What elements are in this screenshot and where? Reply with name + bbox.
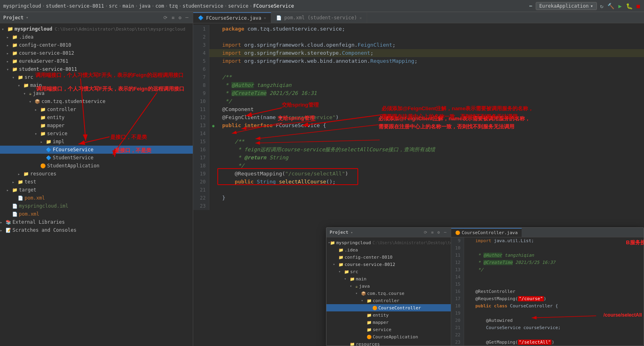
tree-item-entity[interactable]: ▸ 📁 entity bbox=[0, 113, 193, 122]
tree-item-pom-student[interactable]: ▸ 📄 pom.xml bbox=[0, 194, 193, 202]
overlay-sync-icon[interactable]: ⟳ bbox=[423, 230, 428, 235]
breadcrumb-main[interactable]: main bbox=[122, 3, 134, 9]
tree-item-service[interactable]: ▾ 📁 service bbox=[0, 130, 193, 138]
tree-item-root[interactable]: ▾ 📁 myspringcloud C:\Users\Administrator… bbox=[0, 25, 193, 33]
tab-close-pom[interactable]: ✕ bbox=[359, 16, 362, 20]
tab-close-fcourse[interactable]: ✕ bbox=[264, 16, 266, 20]
overlay-tree-mapper[interactable]: ▸ 📁 mapper bbox=[326, 319, 451, 326]
tree-item-eureka-server[interactable]: ▸ 📁 eurekaServer-8761 bbox=[0, 57, 193, 65]
tree-item-studentservice[interactable]: ▸ 🔷 StudentService bbox=[0, 154, 193, 162]
project-panel-title: Project bbox=[3, 15, 24, 21]
code-line-23: 23 bbox=[193, 202, 644, 210]
build-icon[interactable]: 🔨 bbox=[607, 2, 615, 10]
tab-icon: 📄 bbox=[276, 15, 282, 21]
code-line-9: 9 * @CreateTime 2021/5/26 16:31 bbox=[193, 89, 644, 97]
overlay-tree-config[interactable]: ▸ 📁 config-center-8010 bbox=[326, 253, 451, 261]
overlay-line-13: 13 */ bbox=[451, 266, 644, 274]
minimize-icon[interactable]: ─ bbox=[184, 14, 190, 21]
editor-tabs: 🔷 FCourseService.java ✕ 📄 pom.xml (stude… bbox=[193, 12, 644, 23]
tree-label: impl bbox=[53, 139, 64, 144]
overlay-tree-resources[interactable]: ▸ 📁 resources bbox=[326, 340, 451, 346]
tree-item-course-service[interactable]: ▸ 📁 course-service-8012 bbox=[0, 49, 193, 57]
tree-label: course-service-8012 bbox=[19, 50, 74, 56]
overlay-tree-root[interactable]: ▾ 📁 myspringcloud C:\Users\Administrator… bbox=[326, 239, 451, 246]
tree-label: entity bbox=[47, 115, 64, 120]
overlay-minimize-icon[interactable]: ─ bbox=[443, 230, 448, 235]
run-icon[interactable]: ▶ bbox=[617, 2, 622, 10]
collapse-icon[interactable]: ≡ bbox=[170, 14, 175, 21]
stop-icon[interactable]: ■ bbox=[636, 2, 641, 10]
overlay-line-15: 15 bbox=[451, 281, 644, 288]
tree-label: pom.xml bbox=[25, 195, 45, 201]
overlay-line-18: 18 public class CourseController { bbox=[451, 303, 644, 310]
debug-icon[interactable]: 🐛 bbox=[625, 2, 634, 10]
overlay-gear-icon[interactable]: ⚙ bbox=[436, 230, 441, 235]
tree-item-main[interactable]: ▾ 📁 main bbox=[0, 81, 193, 89]
overlay-tree-coursecontroller[interactable]: ▸ 🟠 CourseController bbox=[326, 304, 451, 311]
breadcrumb-com[interactable]: com bbox=[155, 3, 164, 9]
tree-item-mapper[interactable]: ▸ 📁 mapper bbox=[0, 122, 193, 130]
overlay-panel-header: Project ▾ ⟳ ≡ ⚙ ─ bbox=[326, 228, 451, 237]
overlay-collapse-icon[interactable]: ≡ bbox=[430, 230, 435, 235]
tree-label: student-service-8011 bbox=[19, 66, 77, 72]
overlay-tree-idea[interactable]: ▸ 📁 .idea bbox=[326, 246, 451, 253]
tree-item-package[interactable]: ▾ 📦 com.tzq.studentservice bbox=[0, 97, 193, 105]
overlay-tree-src[interactable]: ▾ 📁 src bbox=[326, 268, 451, 275]
overlay-tree-course[interactable]: ▾ 📁 course-service-8012 bbox=[326, 261, 451, 268]
refresh-icon[interactable]: ↻ bbox=[599, 2, 604, 10]
code-line-22: 22 } bbox=[193, 194, 644, 202]
overlay-tree-java[interactable]: ▾ ☕ java bbox=[326, 282, 451, 290]
overlay-tree-package[interactable]: ▾ 📦 com.tzq.course bbox=[326, 290, 451, 297]
breadcrumb-fcourseservice[interactable]: FCourseService bbox=[253, 3, 294, 9]
breadcrumb-tzq[interactable]: tzq bbox=[169, 3, 178, 9]
overlay-tree-controller[interactable]: ▾ 📁 controller bbox=[326, 297, 451, 304]
breadcrumb-java[interactable]: java bbox=[139, 3, 151, 9]
top-bar: myspringcloud › student-service-8011 › s… bbox=[0, 0, 644, 12]
run-config-selector[interactable]: EurekaApplication ▾ bbox=[536, 2, 597, 10]
overlay-tree-courseapp[interactable]: ▸ 🟠 CourseApplication bbox=[326, 333, 451, 340]
panel-dropdown-icon[interactable]: ▾ bbox=[26, 15, 29, 20]
tree-item-src[interactable]: ▾ 📁 src bbox=[0, 73, 193, 81]
tree-item-myspringcloud-iml[interactable]: ▸ 📄 myspringcloud.iml bbox=[0, 202, 193, 210]
tree-item-studentapp[interactable]: ▸ 🟠 StudentApplication bbox=[0, 162, 193, 170]
tree-item-root-pom[interactable]: ▸ 📄 pom.xml bbox=[0, 210, 193, 218]
breadcrumb-student-service[interactable]: student-service-8011 bbox=[46, 3, 104, 9]
code-line-11: 11 @Component bbox=[193, 105, 644, 113]
tab-pom-student[interactable]: 📄 pom.xml (student-service) ✕ bbox=[271, 12, 367, 23]
overlay-line-20: 20 @Autowired bbox=[451, 317, 644, 324]
overlay-tree-main[interactable]: ▾ 📁 main bbox=[326, 275, 451, 282]
tree-label: eurekaServer-8761 bbox=[19, 58, 68, 64]
tree-item-target[interactable]: ▸ 📁 target bbox=[0, 186, 193, 194]
overlay-line-19: 19 bbox=[451, 310, 644, 317]
code-line-5: 5 import org.springframework.web.bind.an… bbox=[193, 57, 644, 65]
tree-item-ext-libs[interactable]: ▸ 📚 External Libraries bbox=[0, 218, 193, 226]
overlay-tab-icon: 🟠 bbox=[455, 231, 460, 235]
root-label: myspringcloud bbox=[14, 26, 52, 32]
overlay-tree: ▾ 📁 myspringcloud C:\Users\Administrator… bbox=[326, 237, 451, 346]
code-line-16: 16 * feign远程调用course-service服务的selectAll… bbox=[193, 146, 644, 154]
tree-item-controller[interactable]: ▸ 📁 controller bbox=[0, 105, 193, 113]
tree-label: FCourseService bbox=[53, 147, 93, 152]
back-icon[interactable]: ⬅ bbox=[528, 2, 533, 10]
breadcrumb-service[interactable]: service bbox=[228, 3, 249, 9]
breadcrumb-src[interactable]: src bbox=[109, 3, 118, 9]
breadcrumb-studentservice[interactable]: studentservice bbox=[183, 3, 223, 9]
chevron-down-icon: ▾ bbox=[590, 3, 593, 9]
tree-item-impl[interactable]: ▸ 📁 impl bbox=[0, 138, 193, 146]
tree-item-scratches[interactable]: ▸ 📝 Scratches and Consoles bbox=[0, 226, 193, 234]
tab-fcourseservice[interactable]: 🔷 FCourseService.java ✕ bbox=[193, 12, 271, 23]
tree-item-student-service[interactable]: ▾ 📁 student-service-8011 bbox=[0, 65, 193, 73]
sync-icon[interactable]: ⟳ bbox=[162, 14, 169, 21]
overlay-tree-service[interactable]: ▸ 📁 service bbox=[326, 326, 451, 333]
tree-item-test[interactable]: ▸ 📁 test bbox=[0, 178, 193, 186]
tree-item-resources[interactable]: ▸ 📁 resources bbox=[0, 170, 193, 178]
tree-item-idea[interactable]: ▸ 📁 .idea bbox=[0, 33, 193, 41]
gear-icon[interactable]: ⚙ bbox=[178, 14, 183, 21]
tree-item-java[interactable]: ▾ ☕ java bbox=[0, 89, 193, 97]
tree-item-config-center[interactable]: ▸ 📁 config-center-8010 bbox=[0, 41, 193, 49]
overlay-tab-coursecontroller[interactable]: 🟠 CourseController.java bbox=[451, 228, 522, 237]
breadcrumb-myspringcloud[interactable]: myspringcloud bbox=[3, 3, 41, 9]
overlay-tree-entity[interactable]: ▸ 📁 entity bbox=[326, 311, 451, 319]
tree-item-fcourseservice[interactable]: ▸ 🔷 FCourseService bbox=[0, 146, 193, 154]
overlay-panel-icons: ⟳ ≡ ⚙ ─ bbox=[423, 230, 448, 235]
